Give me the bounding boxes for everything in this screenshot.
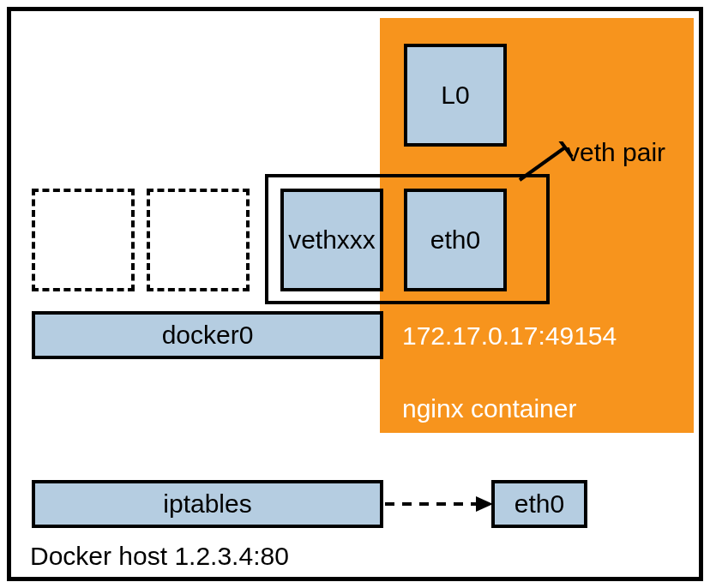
eth0-container-interface-box: eth0 — [404, 189, 507, 291]
iptables-label: iptables — [163, 489, 251, 519]
vethxxx-interface-box: vethxxx — [280, 189, 383, 291]
l0-interface-box: L0 — [404, 44, 507, 147]
container-name-label: nginx container — [402, 394, 576, 423]
docker0-label: docker0 — [162, 321, 254, 350]
eth0-host-interface-box: eth0 — [491, 480, 587, 528]
docker-host-frame: L0 vethxxx eth0 docker0 172.17.0.17:4915… — [7, 7, 703, 581]
iptables-box: iptables — [32, 480, 383, 528]
placeholder-box-1 — [32, 189, 135, 291]
vethxxx-label: vethxxx — [288, 225, 376, 255]
docker0-bridge-box: docker0 — [32, 311, 383, 359]
svg-marker-3 — [476, 496, 493, 512]
svg-line-0 — [520, 147, 565, 180]
placeholder-box-2 — [147, 189, 250, 291]
eth0-host-label: eth0 — [514, 489, 564, 519]
container-ip-label: 172.17.0.17:49154 — [402, 321, 617, 351]
veth-pair-connector-line — [515, 141, 584, 183]
eth0-container-label: eth0 — [430, 225, 480, 255]
iptables-to-eth0-arrow — [383, 491, 496, 517]
l0-label: L0 — [441, 81, 469, 110]
docker-host-label: Docker host 1.2.3.4:80 — [30, 542, 289, 571]
